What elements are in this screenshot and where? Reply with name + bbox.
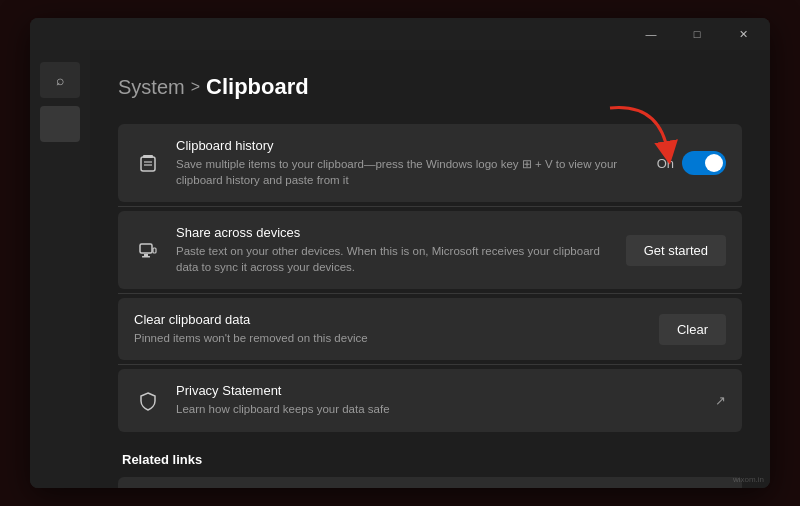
share-devices-icon [134,236,162,264]
share-devices-desc: Paste text on your other devices. When t… [176,243,612,275]
main-panel: System > Clipboard [90,50,770,488]
minimize-button[interactable]: — [628,18,674,50]
share-devices-title: Share across devices [176,225,612,240]
svg-rect-4 [140,244,152,253]
share-devices-row: Share across devices Paste text on your … [118,211,742,289]
breadcrumb-system: System [118,76,185,99]
clipboard-history-toggle-container: On [657,151,726,175]
settings-list: Clipboard history Save multiple items to… [118,124,742,432]
privacy-icon [134,387,162,415]
breadcrumb-page: Clipboard [206,74,309,100]
close-button[interactable]: ✕ [720,18,766,50]
breadcrumb-separator: > [191,78,200,96]
clipboard-history-row: Clipboard history Save multiple items to… [118,124,742,202]
clipboard-history-text: Clipboard history Save multiple items to… [176,138,643,188]
clipboard-history-icon [134,149,162,177]
search-icon: ⌕ [56,72,64,88]
clear-data-row: Clear clipboard data Pinned items won't … [118,298,742,360]
share-devices-action: Get started [626,235,726,266]
help-clipboard-row[interactable]: Get help with clipboard ↗ [118,477,742,488]
toggle-on-label: On [657,156,674,171]
svg-rect-5 [144,254,148,256]
related-links-header: Related links [118,452,742,467]
sidebar-nav-item [40,106,80,142]
settings-window: — □ ✕ ⌕ System > Clipboard [30,18,770,488]
clear-data-action: Clear [659,314,726,345]
related-links-list: Get help with clipboard ↗ More clipboard [118,477,742,488]
toggle-thumb [705,154,723,172]
clear-data-title: Clear clipboard data [134,312,645,327]
svg-rect-1 [141,157,155,171]
title-bar: — □ ✕ [30,18,770,50]
clipboard-history-toggle[interactable] [682,151,726,175]
svg-rect-6 [142,256,150,258]
maximize-button[interactable]: □ [674,18,720,50]
privacy-title: Privacy Statement [176,383,701,398]
divider-2 [118,293,742,294]
divider-1 [118,206,742,207]
search-button[interactable]: ⌕ [40,62,80,98]
privacy-text: Privacy Statement Learn how clipboard ke… [176,383,701,417]
share-devices-text: Share across devices Paste text on your … [176,225,612,275]
clear-data-desc: Pinned items won't be removed on this de… [134,330,645,346]
clear-data-text: Clear clipboard data Pinned items won't … [134,312,645,346]
content-area: ⌕ System > Clipboard [30,50,770,488]
get-started-button[interactable]: Get started [626,235,726,266]
sidebar: ⌕ [30,50,90,488]
privacy-statement-row[interactable]: Privacy Statement Learn how clipboard ke… [118,369,742,431]
clipboard-history-desc: Save multiple items to your clipboard—pr… [176,156,643,188]
clear-button[interactable]: Clear [659,314,726,345]
svg-rect-7 [153,248,156,253]
divider-3 [118,364,742,365]
privacy-external-link-icon: ↗ [715,393,726,408]
clipboard-history-title: Clipboard history [176,138,643,153]
breadcrumb: System > Clipboard [118,74,742,100]
privacy-desc: Learn how clipboard keeps your data safe [176,401,701,417]
watermark: wixom.in [733,475,764,484]
